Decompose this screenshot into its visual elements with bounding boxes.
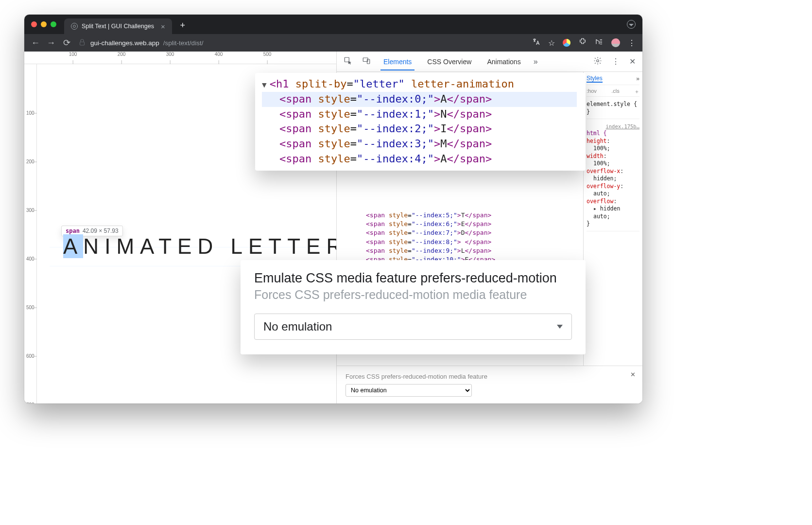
dom-node[interactable]: <span style="--index:4;">A</span> (262, 152, 577, 167)
tab-close-button[interactable]: × (161, 22, 165, 31)
chevron-down-icon (557, 325, 563, 329)
menu-icon[interactable]: ⋮ (628, 38, 636, 48)
heading-letter (219, 234, 230, 258)
ruler-tick: 200 (26, 159, 35, 164)
more-icon[interactable]: ⋮ (612, 57, 620, 66)
media-icon[interactable] (595, 37, 604, 48)
tabs-overflow-icon[interactable]: » (534, 57, 538, 66)
lock-icon (78, 38, 86, 48)
css-declaration[interactable]: height: (587, 138, 639, 145)
heading-letter: N (83, 234, 104, 258)
tab-active[interactable]: Split Text | GUI Challenges × (64, 18, 172, 34)
dom-node[interactable]: ▼<h1 split-by="letter" letter-animation (262, 77, 577, 92)
ruler-tick: 500 (263, 52, 272, 57)
close-window-button[interactable] (31, 21, 37, 27)
inspect-icon[interactable] (344, 56, 352, 67)
address-bar[interactable]: gui-challenges.web.app/split-text/dist/ (78, 38, 525, 48)
back-button[interactable]: ← (31, 38, 40, 48)
rendering-subtitle: Forces CSS prefers-reduced-motion media … (254, 288, 572, 302)
rendering-title: Emulate CSS media feature prefers-reduce… (254, 271, 572, 286)
tab-search-button[interactable] (627, 20, 636, 29)
toolbar: ← → ⟳ gui-challenges.web.app/split-text/… (24, 34, 642, 52)
url-domain: gui-challenges.web.app (90, 39, 159, 47)
styles-overflow-icon[interactable]: » (636, 75, 639, 82)
stylesheet-link[interactable]: index.175b… (587, 123, 639, 130)
ruler-tick: 300 (26, 208, 35, 213)
styles-tab[interactable]: Styles (587, 75, 603, 83)
dom-node[interactable]: <span style="--index:2;">I</span> (262, 122, 577, 137)
css-declaration[interactable]: overflow-x: (587, 168, 639, 175)
new-tab-button[interactable]: + (176, 18, 190, 32)
inspect-tooltip-dims: 42.09 × 57.93 (83, 228, 119, 234)
page-heading: ANIMATED LETTERS (63, 234, 368, 259)
ruler-vertical: 100 200 300 400 500 600 700 800 (24, 64, 37, 403)
heading-letter: A (140, 234, 158, 258)
styles-pane[interactable]: Styles » :hov .cls ＋ element.style { } i… (583, 72, 642, 366)
rendering-select-value: No emulation (263, 320, 332, 333)
dom-node[interactable]: <span style="--index:0;">A</span> (262, 92, 577, 107)
ruler-tick: 600 (26, 353, 35, 359)
element-style-label: element.style { (587, 101, 639, 108)
heading-letter: E (248, 234, 268, 258)
dom-node[interactable]: <span style="--index:8;"> </span> (356, 238, 579, 246)
dom-node[interactable]: <span style="--index:6;">E</span> (356, 220, 579, 228)
rendering-select[interactable]: No emulation (254, 314, 572, 340)
rendering-desc-small: Forces CSS prefers-reduced-motion media … (346, 373, 634, 380)
ruler-tick: 300 (166, 52, 174, 57)
rendering-select-small[interactable]: No emulation (346, 384, 472, 397)
tab-elements[interactable]: Elements (380, 53, 415, 70)
heading-letter: T (287, 234, 306, 258)
cls-toggle[interactable]: .cls (611, 88, 620, 95)
heading-letter: E (177, 234, 197, 258)
ruler-tick: 400 (26, 256, 35, 262)
css-declaration[interactable]: overflow-y: (587, 183, 639, 191)
heading-letter: I (104, 234, 116, 258)
window-controls (31, 21, 56, 27)
devtools-tabs: Elements CSS Overview Animations » ⋮ ✕ (337, 52, 642, 72)
dom-zoom-overlay: ▼<h1 split-by="letter" letter-animation<… (255, 73, 586, 171)
heading-letter: T (268, 234, 287, 258)
heading-letter: T (158, 234, 177, 258)
translate-icon[interactable] (532, 37, 540, 48)
heading-letter: L (230, 234, 248, 258)
reload-button[interactable]: ⟳ (62, 37, 71, 48)
dom-node[interactable]: <span style="--index:9;">L</span> (356, 246, 579, 255)
forward-button[interactable]: → (47, 38, 55, 48)
ruler-tick: 500 (26, 305, 35, 310)
rendering-drawer: ✕ Forces CSS prefers-reduced-motion medi… (337, 366, 642, 403)
close-devtools-icon[interactable]: ✕ (629, 57, 636, 66)
heading-letter: D (197, 234, 219, 258)
drawer-close-icon[interactable]: ✕ (630, 371, 636, 378)
url-path: /split-text/dist/ (163, 39, 204, 47)
lighthouse-icon[interactable] (563, 39, 570, 47)
dom-node[interactable]: <span style="--index:3;">M</span> (262, 137, 577, 152)
extensions-icon[interactable] (578, 37, 587, 48)
settings-icon[interactable] (593, 56, 602, 67)
css-declaration[interactable]: overflow: (587, 198, 639, 206)
minimize-window-button[interactable] (41, 21, 47, 27)
new-style-rule-button[interactable]: ＋ (634, 88, 639, 95)
dom-node[interactable]: <span style="--index:7;">D</span> (356, 228, 579, 237)
dom-node[interactable]: <span style="--index:1;">N</span> (262, 107, 577, 122)
tab-css-overview[interactable]: CSS Overview (424, 53, 474, 70)
tab-animations[interactable]: Animations (484, 53, 523, 70)
heading-letter: A (63, 234, 83, 258)
hov-toggle[interactable]: :hov (587, 88, 597, 95)
heading-letter: E (306, 234, 326, 258)
svg-rect-0 (80, 42, 85, 45)
dom-node[interactable]: <span style="--index:5;">T</span> (356, 211, 579, 220)
css-declaration[interactable]: width: (587, 153, 639, 160)
title-bar: Split Text | GUI Challenges × + (24, 15, 642, 34)
inspect-tooltip-tag: span (66, 228, 80, 234)
favicon-icon (71, 23, 78, 30)
zoom-window-button[interactable] (51, 21, 56, 27)
ruler-tick: 100 (26, 110, 35, 116)
ruler-tick: 700 (26, 402, 35, 404)
css-selector: html { (587, 130, 639, 138)
device-toggle-icon[interactable] (362, 56, 371, 67)
profile-avatar[interactable] (611, 38, 620, 47)
ruler-tick: 200 (118, 52, 126, 57)
svg-point-4 (597, 59, 599, 62)
bookmark-icon[interactable]: ☆ (548, 38, 555, 48)
tab-title: Split Text | GUI Challenges (82, 23, 154, 30)
